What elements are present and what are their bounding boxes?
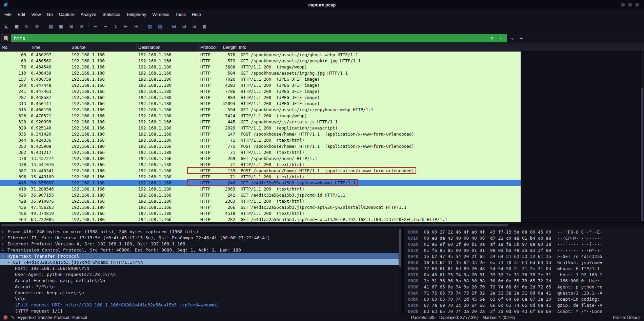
expand-arrow-icon[interactable]: ▸: [2, 229, 7, 234]
start-capture-icon[interactable]: ◣: [1, 21, 12, 31]
hex-row[interactable]: 009041 67 65 6e 74 3a 20 70 79 74 68 6f …: [408, 284, 644, 290]
restart-capture-icon[interactable]: ↻: [22, 21, 32, 31]
filter-history-dropdown-icon[interactable]: ▾: [497, 36, 504, 41]
detail-row[interactable]: \r\n: [0, 296, 402, 302]
autoscroll-icon[interactable]: ▤: [145, 21, 155, 31]
detail-row[interactable]: [HTTP request 1/1]: [0, 308, 402, 314]
zoom-in-icon[interactable]: ⊞: [169, 21, 179, 31]
collapse-arrow-icon[interactable]: ▾: [2, 254, 7, 258]
packet-row-362[interactable]: 3629.431217192.168.1.166192.168.1.180HTT…: [0, 149, 521, 155]
display-filter-input[interactable]: http × ▾: [11, 34, 507, 42]
menu-telephony[interactable]: Telephony: [123, 11, 149, 18]
hex-row[interactable]: 00700a 48 6f 73 74 3a 20 31 39 32 2e 31 …: [408, 272, 644, 278]
packet-row-344[interactable]: 3449.424336192.168.1.166192.168.1.180HTT…: [0, 137, 521, 143]
add-filter-button[interactable]: +: [517, 35, 525, 42]
hex-row[interactable]: 00a071 75 65 73 74 73 2f 32 2e 32 38 2e …: [408, 290, 644, 296]
colorize-icon[interactable]: ▥: [155, 21, 165, 31]
hex-row[interactable]: 001000 e8 de 43 40 00 40 06 d7 21 c0 a8 …: [408, 235, 644, 241]
menu-tools[interactable]: Tools: [172, 11, 188, 18]
window-close-button[interactable]: [635, 3, 639, 7]
menu-go[interactable]: Go: [44, 11, 56, 18]
clear-filter-icon[interactable]: ×: [488, 35, 495, 41]
goto-packet-icon[interactable]: ↴: [110, 21, 121, 31]
packet-list-horizontal-scrollbar[interactable]: [0, 222, 644, 227]
menu-capture[interactable]: Capture: [56, 11, 78, 18]
packet-row-315[interactable]: 3150.466195192.168.1.180192.168.1.166HTT…: [0, 106, 521, 113]
column-header-proto[interactable]: Protocol: [199, 43, 221, 51]
first-packet-icon[interactable]: ⇤: [121, 21, 131, 31]
zoom-100-icon[interactable]: ⊡: [189, 21, 199, 31]
packet-row-287[interactable]: 2870.448587192.168.1.166192.168.1.180HTT…: [0, 94, 521, 100]
packet-row-378[interactable]: 37813.441016192.168.1.166192.168.1.180HT…: [0, 161, 521, 167]
detail-row[interactable]: ▸Internet Protocol Version 4, Src: 192.1…: [0, 241, 402, 247]
packet-row-353[interactable]: 3539.425908192.168.1.180192.168.1.166HTT…: [0, 143, 521, 149]
resize-columns-icon[interactable]: ▦: [199, 21, 209, 31]
title-bar[interactable]: capture.pcap: [0, 0, 644, 9]
packet-row-464[interactable]: 46463.222005192.168.1.180192.168.1.166HT…: [0, 216, 521, 222]
close-file-icon[interactable]: ⊠: [66, 21, 76, 31]
menu-help[interactable]: Help: [189, 11, 204, 18]
detail-row[interactable]: ▸Transmission Control Protocol, Src Port…: [0, 247, 402, 253]
hex-row[interactable]: 00c067 7a 69 70 2c 20 64 65 66 6c 61 74 …: [408, 302, 644, 308]
scrollbar-thumb[interactable]: [399, 229, 401, 267]
packet-row-426[interactable]: 42636.907155192.168.1.180192.168.1.166HT…: [0, 192, 521, 198]
detail-row[interactable]: User-Agent: python-requests/2.28.1\r\n: [0, 271, 402, 277]
scrollbar-thumb[interactable]: [641, 88, 643, 221]
packet-row-416[interactable]: 41630.555087192.168.1.180192.168.1.166HT…: [0, 180, 521, 186]
expert-info-icon[interactable]: [3, 315, 8, 320]
detail-row[interactable]: Accept-Encoding: gzip, deflate\r\n: [0, 277, 402, 283]
menu-wireless[interactable]: Wireless: [149, 11, 172, 18]
packet-row-396[interactable]: 39615.449109192.168.1.166192.168.1.180HT…: [0, 174, 521, 180]
filter-bookmark-button[interactable]: [1, 34, 10, 42]
hex-row[interactable]: 000008 00 27 22 46 4f e0 4f 43 f7 13 5e …: [408, 229, 644, 235]
forward-icon[interactable]: →: [100, 21, 110, 31]
expand-arrow-icon[interactable]: ▸: [7, 260, 13, 264]
hex-row[interactable]: 00d063 63 65 70 74 3a 20 2a 2f 2a 0d 0a …: [408, 308, 644, 314]
detail-row[interactable]: ▾Hypertext Transfer Protocol: [0, 253, 402, 259]
hex-row[interactable]: 005036 63 61 31 35 62 33 2e 6a 73 70 3f …: [408, 259, 644, 265]
column-header-len[interactable]: Length: [221, 43, 237, 51]
detail-row[interactable]: Accept: */*\r\n: [0, 283, 402, 289]
hex-row[interactable]: 00802e 31 36 36 3a 38 30 38 30 0d 0a 55 …: [408, 278, 644, 284]
packet-row-428[interactable]: 42836.910876192.168.1.166192.168.1.180HT…: [0, 198, 521, 204]
detail-row[interactable]: ▸GET /e4d1c32a56ca15b3.jsp?cmd=whoami HT…: [0, 259, 402, 265]
packet-row-328[interactable]: 3280.920993192.168.1.180192.168.1.166HTT…: [0, 119, 521, 125]
find-packet-icon[interactable]: ⊙: [76, 21, 86, 31]
packet-row-326[interactable]: 3260.470521192.168.1.166192.168.1.180HTT…: [0, 113, 521, 119]
details-vertical-scrollbar[interactable]: [399, 227, 402, 314]
status-profile[interactable]: Profile: Default: [613, 315, 641, 320]
column-header-src[interactable]: Source: [70, 43, 137, 51]
menu-statistics[interactable]: Statistics: [99, 11, 123, 18]
packet-row-329[interactable]: 3290.925140192.168.1.166192.168.1.180HTT…: [0, 125, 521, 131]
packet-row-76[interactable]: 760.434549192.168.1.166192.168.1.180HTTP…: [0, 64, 521, 70]
column-header-time[interactable]: Time: [29, 43, 70, 51]
zoom-out-icon[interactable]: ⊟: [179, 21, 189, 31]
detail-row[interactable]: ▸Ethernet II, Src: Universa_f7:13:5e (e0…: [0, 235, 402, 241]
packet-row-418[interactable]: 41831.288546192.168.1.166192.168.1.180HT…: [0, 186, 521, 192]
packet-row-387[interactable]: 38715.445341192.168.1.180192.168.1.166HT…: [0, 167, 521, 174]
packet-row-113[interactable]: 1130.436439192.168.1.180192.168.1.166HTT…: [0, 70, 521, 76]
window-maximize-button[interactable]: [628, 3, 632, 7]
capture-options-icon[interactable]: ⚙: [32, 21, 42, 31]
detail-row[interactable]: [Full request URI: http://192.168.1.166:…: [0, 302, 402, 308]
column-header-dst[interactable]: Destination: [137, 43, 199, 51]
hex-row[interactable]: 00403e b2 47 45 54 20 2f 65 34 64 31 63 …: [408, 253, 644, 259]
expand-arrow-icon[interactable]: ▸: [2, 248, 7, 252]
detail-row[interactable]: ▸Frame 416: 246 bytes on wire (1968 bits…: [0, 228, 402, 235]
open-file-icon[interactable]: ▤: [46, 21, 56, 31]
menu-file[interactable]: File: [1, 11, 15, 18]
expand-arrow-icon[interactable]: ▸: [2, 242, 7, 246]
packet-row-63[interactable]: 630.430297192.168.1.180192.168.1.166HTTP…: [0, 52, 521, 58]
packet-row-68[interactable]: 680.430562192.168.1.180192.168.1.166HTTP…: [0, 58, 521, 64]
packet-row-335[interactable]: 3359.341420192.168.1.180192.168.1.166HTT…: [0, 131, 521, 137]
packet-row-240[interactable]: 2400.447448192.168.1.166192.168.1.180HTT…: [0, 82, 521, 88]
detail-row[interactable]: Host: 192.168.1.166:8080\r\n: [0, 265, 402, 271]
capture-comment-icon[interactable]: ✎: [11, 315, 15, 320]
menu-analyze[interactable]: Analyze: [78, 11, 99, 18]
packet-row-436[interactable]: 43647.456263192.168.1.180192.168.1.166HT…: [0, 204, 521, 210]
last-packet-icon[interactable]: ⇥: [131, 21, 141, 31]
hex-row[interactable]: 00b063 63 65 70 74 2d 45 6e 63 6f 64 69 …: [408, 296, 644, 302]
menu-view[interactable]: View: [28, 11, 44, 18]
detail-row[interactable]: Connection: keep-alive\r\n: [0, 289, 402, 296]
expand-arrow-icon[interactable]: ▸: [2, 236, 7, 240]
